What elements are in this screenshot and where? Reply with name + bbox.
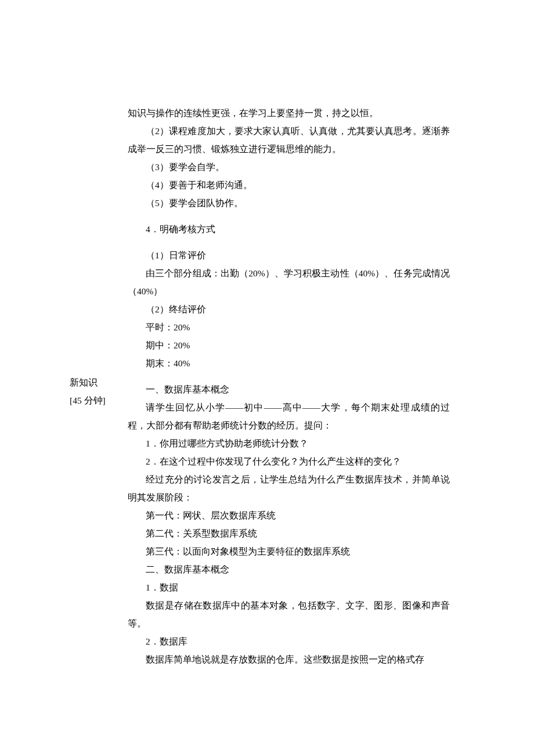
sidebar-label-new-knowledge: 新知识 [70, 376, 125, 390]
heading-database-concepts-2: 二、数据库基本概念 [128, 560, 450, 578]
paragraph: （1）日常评价 [128, 246, 450, 264]
paragraph: 知识与操作的连续性更强，在学习上要坚持一贯，持之以恒。 [128, 104, 450, 122]
paragraph: 第二代：关系型数据库系统 [128, 524, 450, 542]
paragraph: 期中：20% [128, 336, 450, 354]
paragraph: 第一代：网状、层次数据库系统 [128, 506, 450, 524]
paragraph: 经过充分的讨论发言之后，让学生总结为什么产生数据库技术，并简单说明其发展阶段： [128, 470, 450, 506]
paragraph: （2）课程难度加大，要求大家认真听、认真做，尤其要认真思考。逐渐养成举一反三的习… [128, 122, 450, 158]
paragraph: 期末：40% [128, 354, 450, 372]
paragraph: 1．你用过哪些方式协助老师统计分数？ [128, 434, 450, 452]
heading-assessment: 4．明确考核方式 [128, 220, 450, 238]
paragraph: 请学生回忆从小学——初中——高中——大学，每个期末处理成绩的过程，大部分都有帮助… [128, 398, 450, 434]
sidebar-label-duration: [45 分钟] [70, 394, 125, 408]
paragraph: 平时：20% [128, 318, 450, 336]
paragraph: 数据是存储在数据库中的基本对象，包括数字、文字、图形、图像和声音等。 [128, 596, 450, 632]
paragraph: 2．在这个过程中你发现了什么变化？为什么产生这样的变化？ [128, 452, 450, 470]
document-page: 新知识 [45 分钟] 知识与操作的连续性更强，在学习上要坚持一贯，持之以恒。 … [0, 0, 534, 104]
main-content: 知识与操作的连续性更强，在学习上要坚持一贯，持之以恒。 （2）课程难度加大，要求… [128, 104, 450, 668]
paragraph: （4）要善于和老师沟通。 [128, 176, 450, 194]
paragraph: （2）终结评价 [128, 300, 450, 318]
paragraph: 2．数据库 [128, 632, 450, 650]
paragraph: （5）要学会团队协作。 [128, 194, 450, 212]
paragraph: 1．数据 [128, 578, 450, 596]
heading-database-concepts-1: 一、数据库基本概念 [128, 380, 450, 398]
paragraph: （3）要学会自学。 [128, 158, 450, 176]
paragraph: 第三代：以面向对象模型为主要特征的数据库系统 [128, 542, 450, 560]
paragraph: 由三个部分组成：出勤（20%）、学习积极主动性（40%）、任务完成情况（40%） [128, 264, 450, 300]
paragraph: 数据库简单地说就是存放数据的仓库。这些数据是按照一定的格式存 [128, 650, 450, 668]
